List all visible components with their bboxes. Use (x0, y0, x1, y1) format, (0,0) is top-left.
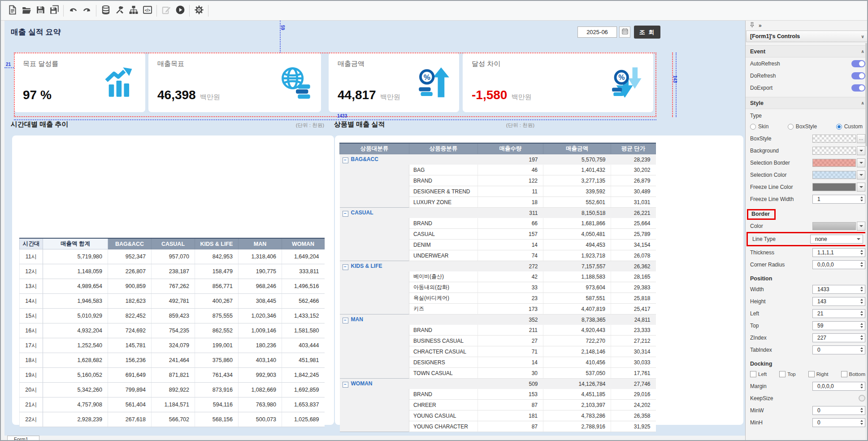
spin-up-icon[interactable] (860, 384, 863, 385)
spinner-buttons[interactable] (858, 261, 865, 269)
settings-button[interactable] (192, 4, 206, 18)
spin-down-icon[interactable] (860, 350, 863, 352)
code-window-button[interactable]: </> (140, 4, 154, 18)
collapse-toggle-icon[interactable]: − (343, 264, 348, 270)
run-button[interactable] (173, 4, 187, 18)
spinner-buttons[interactable] (858, 285, 865, 293)
collapse-panel-icon[interactable]: » (759, 22, 762, 29)
pin-icon[interactable] (749, 22, 755, 30)
spin-down-icon[interactable] (860, 253, 863, 255)
checkbox-left[interactable]: Left (750, 371, 767, 377)
spin-up-icon[interactable] (860, 408, 863, 410)
spin-up-icon[interactable] (860, 311, 863, 313)
spin-up-icon[interactable] (860, 250, 863, 252)
autorefresh-toggle[interactable] (851, 60, 865, 67)
zindex-input[interactable]: 227 (812, 333, 865, 342)
selection-border-swatch[interactable] (812, 159, 856, 167)
tabindex-input[interactable]: 0 (812, 345, 865, 354)
tab-form1[interactable]: Form1 (7, 436, 39, 441)
collapse-toggle-icon[interactable]: − (343, 318, 348, 323)
freeze-line-width-input[interactable]: 1 (812, 195, 865, 204)
collapse-toggle-icon[interactable]: − (343, 382, 348, 388)
checkbox-icon[interactable] (779, 371, 786, 377)
background-swatch[interactable] (812, 147, 856, 155)
spinner-buttons[interactable] (858, 346, 865, 354)
undo-button[interactable] (66, 4, 80, 18)
height-input[interactable]: 143 (812, 297, 865, 306)
spinner-buttons[interactable] (858, 406, 865, 415)
width-input[interactable]: 1433 (812, 285, 865, 294)
section-header-style[interactable]: Style∧ (746, 97, 868, 109)
search-button[interactable]: 조 회 (634, 26, 660, 39)
spin-up-icon[interactable] (860, 347, 863, 349)
thickness-input[interactable]: 1,1,1,1 (812, 248, 865, 257)
redo-button[interactable] (80, 4, 94, 18)
spin-down-icon[interactable] (860, 326, 863, 328)
database-button[interactable] (99, 4, 113, 18)
spin-up-icon[interactable] (860, 420, 863, 422)
spinner-buttons[interactable] (858, 249, 865, 257)
color-swatch[interactable] (812, 222, 856, 230)
spin-down-icon[interactable] (860, 200, 863, 201)
panel-header[interactable]: [Form1]'s Controls ∨ (746, 31, 868, 42)
panel-scroll-thumb[interactable] (865, 43, 868, 146)
save-button[interactable] (33, 4, 47, 18)
checkbox-top[interactable]: Top (779, 371, 796, 377)
collapse-toggle-icon[interactable]: − (343, 157, 348, 163)
checkbox-icon[interactable] (808, 371, 815, 377)
spin-down-icon[interactable] (860, 314, 863, 316)
doexport-toggle[interactable] (851, 84, 865, 92)
tools-button[interactable] (113, 4, 126, 18)
panel-scrollbar[interactable] (865, 43, 868, 441)
spinner-buttons[interactable] (858, 297, 865, 306)
spin-down-icon[interactable] (860, 423, 863, 425)
top-input[interactable]: 59 (812, 321, 865, 330)
spinner-buttons[interactable] (858, 419, 865, 427)
date-input[interactable]: 2025-06 (577, 26, 617, 38)
sitemap-button[interactable] (126, 4, 140, 18)
line-type-select[interactable]: none (810, 235, 863, 244)
spin-down-icon[interactable] (860, 290, 863, 292)
radio-option-boxstyle[interactable]: BoxStyle (788, 123, 817, 130)
checkbox-right[interactable]: Right (808, 371, 829, 377)
margin-input[interactable]: 0,0,0,0 (812, 382, 865, 391)
selection-color-swatch[interactable] (812, 171, 856, 179)
spin-down-icon[interactable] (860, 387, 863, 389)
keepsize-toggle[interactable] (859, 395, 865, 402)
collapse-toggle-icon[interactable]: − (343, 211, 348, 217)
radio-icon[interactable] (788, 124, 794, 130)
radio-option-custom[interactable]: Custom (836, 123, 863, 130)
spin-down-icon[interactable] (860, 265, 863, 267)
spin-up-icon[interactable] (860, 196, 863, 198)
spin-up-icon[interactable] (860, 335, 863, 337)
dorefresh-toggle[interactable] (851, 72, 865, 79)
spin-down-icon[interactable] (860, 411, 863, 413)
open-folder-button[interactable] (19, 4, 33, 18)
spin-down-icon[interactable] (860, 338, 863, 340)
dropdown-button[interactable] (857, 170, 865, 179)
checkbox-icon[interactable] (841, 371, 847, 377)
boxstyle-swatch[interactable] (812, 135, 856, 143)
left-input[interactable]: 21 (812, 309, 865, 318)
ellipsis-button[interactable]: … (857, 134, 865, 143)
radio-icon[interactable] (750, 124, 756, 130)
freeze-line-color-swatch[interactable] (812, 183, 856, 191)
save-as-button[interactable] (47, 4, 61, 18)
spinner-buttons[interactable] (858, 334, 865, 342)
spinner-buttons[interactable] (858, 322, 865, 330)
spin-up-icon[interactable] (860, 287, 863, 288)
radio-option-skin[interactable]: Skin (750, 123, 768, 130)
spinner-buttons[interactable] (858, 382, 865, 390)
spin-down-icon[interactable] (860, 302, 863, 304)
minh-input[interactable]: 0 (812, 418, 865, 427)
spinner-buttons[interactable] (858, 310, 865, 318)
radio-icon[interactable] (836, 124, 842, 130)
checkbox-bottom[interactable]: Bottom (841, 371, 865, 377)
section-header-event[interactable]: Event∧ (746, 45, 868, 57)
spin-up-icon[interactable] (860, 262, 863, 264)
spinner-buttons[interactable] (858, 195, 865, 203)
calendar-button[interactable] (619, 26, 630, 38)
new-document-button[interactable] (5, 4, 19, 18)
dropdown-button[interactable] (857, 183, 865, 192)
minw-input[interactable]: 0 (812, 406, 865, 415)
